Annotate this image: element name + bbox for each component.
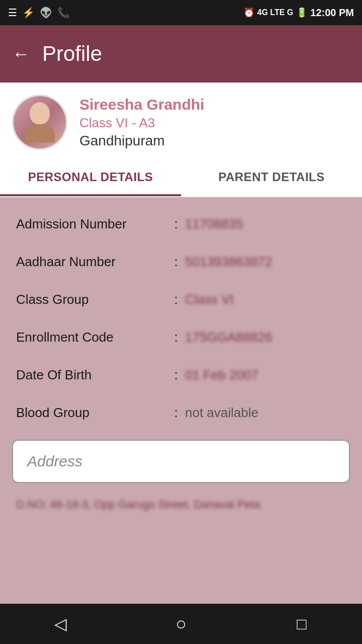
aadhaar-number-row: Aadhaar Number : 501393863872 — [0, 243, 362, 281]
avatar — [12, 95, 67, 150]
profile-class: Class VI - A3 — [79, 115, 350, 131]
recent-nav-button[interactable] — [287, 609, 317, 639]
class-group-row: Class Group : Class VI — [0, 281, 362, 318]
aadhaar-number-colon: : — [167, 254, 185, 270]
enrollment-code-label: Enrollment Code — [16, 330, 167, 345]
enrollment-code-value: 175GGA88826 — [185, 330, 346, 345]
date-of-birth-label: Date Of Birth — [16, 367, 167, 383]
blood-group-label: Blood Group — [16, 405, 167, 421]
recent-nav-icon — [297, 615, 306, 633]
blood-group-row: Blood Group : not available — [0, 394, 362, 432]
aadhaar-number-label: Aadhaar Number — [16, 254, 167, 270]
date-of-birth-value: 01 Feb 2007 — [185, 367, 346, 383]
profile-name: Sireesha Grandhi — [79, 96, 350, 113]
class-group-colon: : — [167, 292, 185, 307]
network-label: 4G LTE G — [257, 8, 294, 17]
status-left-icons: ☰ ⚡ 👽 📞 — [8, 7, 70, 19]
home-nav-icon — [175, 613, 187, 634]
bottom-navigation — [0, 604, 362, 644]
page-title: Profile — [42, 42, 102, 66]
status-right-icons: ⏰ 4G LTE G 🔋 12:00 PM — [243, 7, 354, 19]
blood-group-value: not available — [185, 405, 346, 421]
blood-group-colon: : — [167, 405, 185, 421]
usb-icon: ⚡ — [22, 7, 35, 19]
enrollment-code-row: Enrollment Code : 175GGA88826 — [0, 318, 362, 356]
profile-location: Gandhipuram — [79, 133, 350, 149]
admission-number-row: Admission Number : 11708835 — [0, 205, 362, 243]
date-of-birth-colon: : — [167, 367, 185, 383]
personal-details-content: Admission Number : 11708835 Aadhaar Numb… — [0, 197, 362, 526]
admission-number-colon: : — [167, 216, 185, 232]
profile-header: Sireesha Grandhi Class VI - A3 Gandhipur… — [0, 83, 362, 160]
phone-icon: 📞 — [57, 7, 70, 19]
address-value: D.NO: 46-18-3, Opp Garugo Street, Danava… — [0, 491, 362, 518]
address-placeholder: Address — [27, 453, 82, 469]
tabs: PERSONAL DETAILS PARENT DETAILS — [0, 160, 362, 197]
battery-icon: 🔋 — [296, 7, 307, 18]
back-nav-button[interactable] — [45, 609, 75, 639]
home-nav-button[interactable] — [166, 609, 196, 639]
app-bar: ← Profile — [0, 25, 362, 83]
status-bar: ☰ ⚡ 👽 📞 ⏰ 4G LTE G 🔋 12:00 PM — [0, 0, 362, 25]
date-of-birth-row: Date Of Birth : 01 Feb 2007 — [0, 356, 362, 394]
class-group-label: Class Group — [16, 292, 167, 307]
back-nav-icon — [54, 614, 67, 633]
profile-info: Sireesha Grandhi Class VI - A3 Gandhipur… — [79, 96, 350, 149]
aadhaar-number-value: 501393863872 — [185, 254, 346, 270]
back-button[interactable]: ← — [12, 45, 30, 63]
admission-number-label: Admission Number — [16, 216, 167, 232]
alarm-icon: ⏰ — [243, 7, 254, 18]
chat-icon: ☰ — [8, 7, 17, 19]
address-input-box[interactable]: Address — [12, 440, 350, 483]
admission-number-value: 11708835 — [185, 216, 346, 232]
tab-parent-details[interactable]: PARENT DETAILS — [181, 160, 362, 196]
tab-personal-details[interactable]: PERSONAL DETAILS — [0, 160, 181, 196]
android-icon: 👽 — [40, 7, 52, 19]
class-group-value: Class VI — [185, 292, 346, 307]
time-label: 12:00 PM — [310, 7, 354, 19]
enrollment-code-colon: : — [167, 330, 185, 345]
